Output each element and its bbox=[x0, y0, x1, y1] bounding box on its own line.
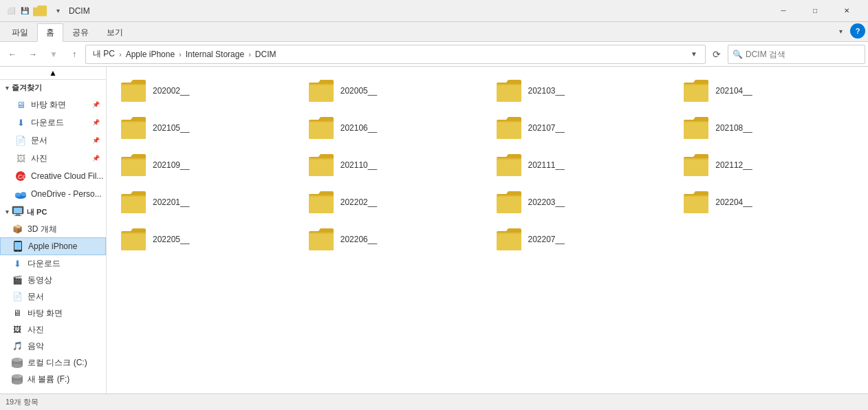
sidebar-item-videos[interactable]: 🎬 동영상 bbox=[0, 272, 106, 288]
maximize-button[interactable]: □ bbox=[799, 0, 831, 22]
title-dropdown-icon[interactable]: ▾ bbox=[52, 6, 63, 17]
folder-item[interactable]: 202206__ bbox=[301, 222, 486, 257]
help-button[interactable]: ? bbox=[850, 23, 865, 39]
ribbon-tab-home[interactable]: 홈 bbox=[37, 23, 63, 42]
svg-rect-29 bbox=[309, 158, 334, 176]
svg-rect-10 bbox=[14, 242, 21, 250]
sidebar-label-3d: 3D 개체 bbox=[28, 224, 57, 235]
folder-icon bbox=[120, 227, 147, 252]
address-bar: ← → ▼ ↑ 내 PC › Apple iPhone › Internal S… bbox=[0, 42, 868, 67]
folder-name: 202002__ bbox=[153, 86, 189, 96]
sidebar-item-desktop2[interactable]: 🖥 바탕 화면 bbox=[0, 305, 106, 321]
minimize-button[interactable]: ─ bbox=[768, 0, 799, 22]
svg-rect-31 bbox=[684, 158, 708, 176]
sidebar-item-documents2[interactable]: 📄 문서 bbox=[0, 288, 106, 305]
ribbon-tab-share[interactable]: 공유 bbox=[63, 23, 98, 41]
window-controls: ─ □ ✕ bbox=[768, 0, 862, 22]
sidebar-item-photos[interactable]: 🖼 사진 📌 bbox=[0, 149, 106, 167]
path-sep-3: › bbox=[248, 50, 251, 58]
sidebar-label-desktop2: 바탕 화면 bbox=[28, 308, 63, 319]
search-input[interactable] bbox=[746, 50, 860, 59]
svg-point-14 bbox=[12, 364, 23, 368]
sidebar-quick-access-header[interactable]: ▾ 즐겨찾기 bbox=[0, 80, 106, 96]
sidebar-label-photos: 사진 bbox=[31, 153, 47, 164]
path-dropdown-button[interactable]: ▼ bbox=[687, 47, 701, 61]
svg-point-17 bbox=[12, 374, 23, 378]
quick-access-expand-icon: ▾ bbox=[6, 85, 9, 91]
folder-icon bbox=[682, 78, 710, 103]
folder-item[interactable]: 202103__ bbox=[489, 74, 674, 108]
title-save-icon[interactable]: 💾 bbox=[19, 6, 30, 17]
folder-item[interactable]: 202110__ bbox=[301, 148, 486, 182]
sidebar-item-new-volume[interactable]: 새 볼륨 (F:) bbox=[0, 371, 106, 387]
photos2-icon: 🖼 bbox=[11, 323, 23, 336]
folder-item[interactable]: 202111__ bbox=[489, 148, 674, 182]
ribbon-tab-view[interactable]: 보기 bbox=[98, 23, 132, 41]
sidebar-item-local-disk[interactable]: 로컬 디스크 (C:) bbox=[0, 354, 106, 371]
sidebar-this-pc-header[interactable]: ▾ 내 PC bbox=[0, 203, 106, 221]
ribbon-tab-file[interactable]: 파일 bbox=[3, 23, 37, 41]
folder-item[interactable]: 202205__ bbox=[113, 222, 299, 257]
sidebar-item-documents[interactable]: 📄 문서 📌 bbox=[0, 131, 106, 149]
sidebar-item-creative-cloud[interactable]: Cc Creative Cloud Fil... bbox=[0, 167, 106, 185]
sidebar-item-iphone[interactable]: Apple iPhone bbox=[0, 237, 106, 255]
folder-item[interactable]: 202005__ bbox=[301, 74, 486, 108]
path-pc[interactable]: 내 PC bbox=[90, 47, 118, 61]
folder-item[interactable]: 202203__ bbox=[489, 185, 674, 219]
sidebar-item-music[interactable]: 🎵 음악 bbox=[0, 338, 106, 354]
folder-item[interactable]: 202105__ bbox=[113, 111, 299, 145]
downloads2-icon: ⬇ bbox=[11, 257, 23, 270]
folder-item[interactable]: 202104__ bbox=[676, 74, 861, 108]
folder-item[interactable]: 202112__ bbox=[676, 148, 861, 182]
ribbon-expand-button[interactable]: ▾ bbox=[834, 24, 847, 38]
folder-item[interactable]: 202108__ bbox=[676, 111, 861, 145]
sidebar-label-desktop: 바탕 화면 bbox=[31, 99, 66, 111]
folder-name: 202206__ bbox=[340, 235, 377, 244]
forward-button[interactable]: → bbox=[23, 45, 43, 64]
svg-point-3 bbox=[15, 193, 21, 197]
folder-item[interactable]: 202106__ bbox=[301, 111, 486, 145]
svg-rect-28 bbox=[121, 158, 146, 176]
sidebar-item-desktop[interactable]: 🖥 바탕 화면 📌 bbox=[0, 96, 106, 114]
close-button[interactable]: ✕ bbox=[831, 0, 862, 22]
sidebar-label-videos: 동영상 bbox=[28, 274, 52, 286]
svg-rect-36 bbox=[121, 233, 146, 250]
folder-item[interactable]: 202109__ bbox=[113, 148, 299, 182]
svg-rect-21 bbox=[309, 84, 334, 102]
main-area: ▲ ▾ 즐겨찾기 🖥 바탕 화면 📌 ⬇ 다운로드 📌 📄 문서 📌 🖼 사진 … bbox=[0, 67, 868, 393]
refresh-button[interactable]: ⟳ bbox=[707, 45, 726, 64]
sidebar-item-photos2[interactable]: 🖼 사진 bbox=[0, 321, 106, 338]
path-storage[interactable]: Internal Storage bbox=[183, 48, 247, 61]
sidebar-item-downloads2[interactable]: ⬇ 다운로드 bbox=[0, 255, 106, 272]
folder-item[interactable]: 202107__ bbox=[489, 111, 674, 145]
sidebar-item-downloads[interactable]: ⬇ 다운로드 📌 bbox=[0, 114, 106, 131]
path-dcim[interactable]: DCIM bbox=[252, 48, 279, 61]
folder-icon bbox=[682, 116, 710, 140]
svg-rect-35 bbox=[684, 195, 708, 213]
svg-rect-7 bbox=[16, 214, 20, 215]
path-iphone[interactable]: Apple iPhone bbox=[123, 48, 177, 61]
sidebar-label-photos2: 사진 bbox=[28, 324, 44, 336]
folder-item[interactable]: 202207__ bbox=[489, 222, 674, 257]
sidebar-scroll-up[interactable]: ▲ bbox=[0, 67, 106, 80]
folder-item[interactable]: 202201__ bbox=[113, 185, 299, 219]
recent-locations-button[interactable]: ▼ bbox=[44, 45, 63, 64]
sidebar-item-onedrive[interactable]: OneDrive - Perso... bbox=[0, 185, 106, 203]
sidebar-label-documents2: 문서 bbox=[28, 291, 44, 303]
title-menu-icon[interactable]: ⬜ bbox=[6, 6, 17, 17]
folder-icon bbox=[120, 153, 147, 177]
folder-icon bbox=[682, 190, 710, 215]
folder-icon bbox=[307, 153, 335, 177]
svg-rect-27 bbox=[684, 121, 708, 139]
folder-item[interactable]: 202002__ bbox=[113, 74, 299, 108]
sidebar-item-3d[interactable]: 📦 3D 개체 bbox=[0, 221, 106, 237]
svg-rect-32 bbox=[121, 195, 146, 213]
up-button[interactable]: ↑ bbox=[65, 45, 84, 64]
back-button[interactable]: ← bbox=[3, 45, 22, 64]
search-box[interactable]: 🔍 bbox=[728, 45, 865, 64]
address-path[interactable]: 내 PC › Apple iPhone › Internal Storage ›… bbox=[85, 45, 706, 64]
svg-rect-38 bbox=[497, 233, 521, 250]
ribbon-tabs: 파일 홈 공유 보기 ▾ ? bbox=[0, 22, 868, 41]
folder-item[interactable]: 202204__ bbox=[676, 185, 861, 219]
folder-item[interactable]: 202202__ bbox=[301, 185, 486, 219]
